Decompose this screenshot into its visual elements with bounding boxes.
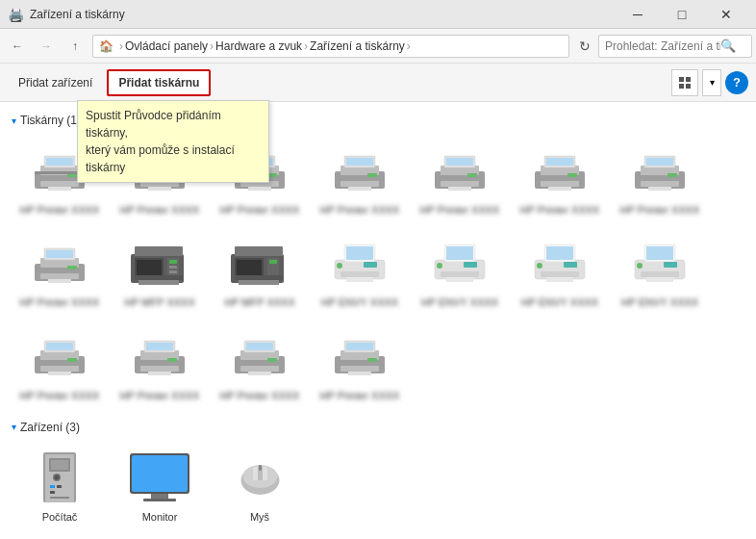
scrollable-area[interactable]: ▾ Tiskárny (1) HP — [0, 102, 756, 539]
list-item[interactable]: HP Printer XXXX — [12, 227, 108, 316]
add-device-button[interactable]: Přidat zařízení — [8, 69, 103, 96]
svg-rect-76 — [239, 280, 279, 285]
svg-rect-89 — [441, 271, 479, 277]
svg-rect-8 — [40, 181, 79, 187]
svg-rect-134 — [367, 358, 377, 362]
list-item[interactable]: HP Printer XXXX — [312, 135, 408, 223]
close-button[interactable]: ✕ — [704, 0, 748, 29]
view-dropdown-button[interactable]: ▾ — [702, 69, 721, 96]
printer-icon — [26, 234, 93, 292]
svg-rect-23 — [240, 181, 279, 187]
svg-rect-102 — [646, 246, 673, 260]
help-button[interactable]: ? — [725, 71, 748, 94]
svg-rect-144 — [50, 497, 69, 499]
device-label: HP Printer XXXX — [320, 203, 400, 217]
list-item[interactable]: HP Printer XXXX — [612, 135, 708, 223]
svg-rect-53 — [668, 173, 677, 177]
search-input[interactable] — [605, 39, 720, 53]
svg-rect-133 — [348, 372, 371, 375]
svg-rect-113 — [67, 358, 77, 362]
svg-rect-120 — [167, 358, 177, 362]
list-item[interactable]: HP ENVY XXXX — [412, 227, 508, 316]
devices-toggle[interactable]: ▾ — [12, 422, 16, 432]
printers-toggle[interactable]: ▾ — [12, 116, 16, 126]
list-item[interactable]: HP Printer XXXX — [112, 321, 208, 409]
minimize-button[interactable]: ─ — [616, 0, 660, 29]
svg-rect-50 — [646, 158, 673, 166]
view-button[interactable] — [671, 69, 698, 96]
devices-section-header: ▾ Zařízení (3) — [12, 421, 744, 434]
svg-rect-0 — [679, 77, 684, 82]
add-printer-button[interactable]: Přidat tiskárnu — [107, 69, 211, 96]
address-path[interactable]: 🏠 › Ovládací panely › Hardware a zvuk › … — [92, 35, 569, 58]
svg-rect-103 — [641, 271, 679, 277]
svg-rect-52 — [648, 187, 671, 191]
svg-rect-46 — [567, 173, 577, 177]
list-item[interactable]: HP ENVY XXXX — [312, 227, 408, 316]
list-item[interactable]: HP ENVY XXXX — [512, 227, 608, 316]
svg-rect-106 — [637, 263, 643, 269]
up-button[interactable]: ↑ — [62, 33, 88, 60]
refresh-button[interactable]: ↻ — [573, 35, 596, 58]
svg-rect-15 — [146, 158, 173, 166]
svg-rect-30 — [340, 181, 379, 187]
svg-rect-9 — [48, 187, 71, 191]
list-item[interactable]: HP Printer XXXX — [212, 321, 308, 409]
svg-rect-32 — [367, 173, 377, 177]
svg-rect-141 — [50, 485, 55, 488]
device-label: HP Printer XXXX — [420, 203, 500, 217]
svg-rect-99 — [537, 263, 542, 269]
device-label: HP ENVY XXXX — [421, 295, 498, 309]
toolbar: Přidat zařízení Přidat tiskárnu Spustit … — [0, 64, 756, 102]
mouse-icon — [226, 449, 293, 506]
forward-button[interactable]: → — [33, 33, 60, 60]
device-label: HP MFP XXXX — [224, 295, 295, 309]
list-item[interactable]: Myš — [212, 442, 308, 530]
svg-rect-119 — [148, 372, 171, 375]
device-label: HP Printer XXXX — [520, 203, 600, 217]
svg-rect-11 — [35, 171, 85, 174]
svg-rect-97 — [546, 277, 573, 282]
svg-rect-57 — [46, 250, 73, 258]
compact-printer-icon — [626, 234, 693, 292]
list-item[interactable]: HP MFP XXXX — [212, 227, 308, 316]
list-item[interactable]: HP Printer XXXX — [12, 321, 108, 409]
svg-rect-85 — [337, 263, 342, 269]
list-item[interactable]: HP Printer XXXX — [412, 135, 508, 223]
maximize-button[interactable]: □ — [660, 0, 704, 29]
svg-rect-146 — [132, 455, 188, 492]
printer-icon — [526, 141, 593, 199]
svg-rect-16 — [140, 181, 179, 187]
list-item[interactable]: Počítač — [12, 442, 108, 530]
printer-icon — [226, 141, 293, 199]
svg-rect-131 — [346, 343, 373, 350]
list-item[interactable]: HP Printer XXXX — [312, 321, 408, 409]
svg-rect-154 — [259, 465, 262, 471]
svg-rect-83 — [346, 277, 373, 282]
search-box[interactable]: 🔍 — [598, 35, 752, 58]
svg-rect-142 — [57, 485, 62, 488]
path-item-2: Hardware a zvuk — [215, 39, 302, 53]
svg-rect-96 — [541, 271, 579, 277]
path-item-3: Zařízení a tiskárny — [310, 39, 405, 53]
list-item[interactable]: HP Printer XXXX — [512, 135, 608, 223]
svg-rect-17 — [148, 187, 171, 191]
device-label: HP ENVY XXXX — [621, 295, 698, 309]
back-button[interactable]: ← — [4, 33, 31, 60]
list-item[interactable]: HP Printer XXXX — [112, 135, 208, 223]
svg-rect-3 — [686, 84, 691, 89]
svg-rect-63 — [137, 260, 162, 275]
svg-rect-117 — [146, 343, 173, 350]
list-item[interactable]: HP Printer XXXX — [12, 135, 108, 223]
list-item[interactable]: Monitor — [112, 442, 208, 530]
compact-printer-icon — [426, 234, 493, 292]
list-item[interactable]: HP ENVY XXXX — [612, 227, 708, 316]
device-label: HP Printer XXXX — [20, 203, 100, 217]
svg-rect-70 — [169, 270, 177, 273]
titlebar-controls: ─ □ ✕ — [616, 0, 748, 29]
device-label: HP Printer XXXX — [120, 203, 200, 217]
svg-rect-75 — [235, 275, 283, 280]
list-item[interactable]: HP MFP XXXX — [112, 227, 208, 316]
list-item[interactable]: HP Printer XXXX — [212, 135, 308, 223]
svg-rect-7 — [46, 158, 73, 166]
